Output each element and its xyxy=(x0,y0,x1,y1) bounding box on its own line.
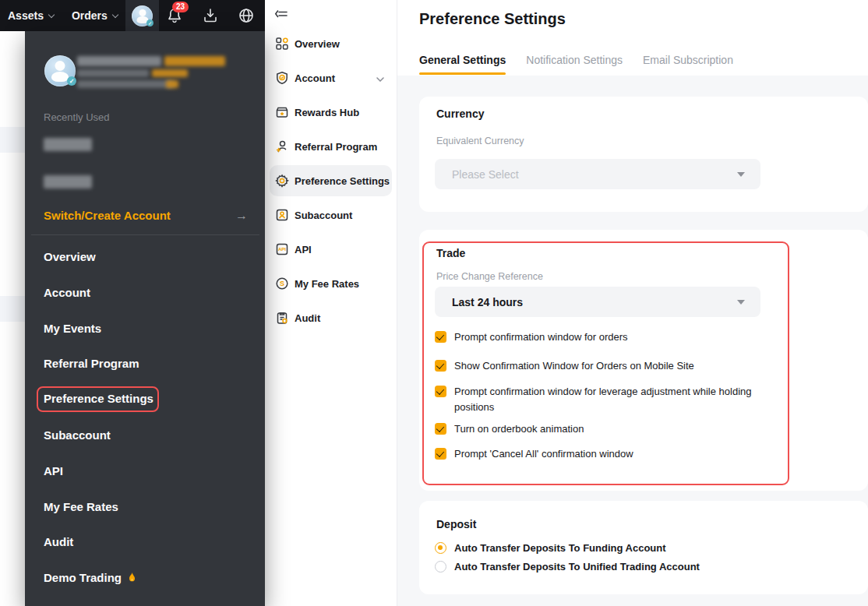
blurred-uid xyxy=(77,69,149,77)
sidebar-item-label: API xyxy=(295,244,312,255)
recently-used-item[interactable] xyxy=(44,175,92,188)
dropdown-arrow-icon xyxy=(737,300,745,305)
page-title: Preference Settings xyxy=(419,10,566,28)
recently-used-item[interactable] xyxy=(44,138,92,151)
sidebar-item-api[interactable]: API API xyxy=(270,234,392,265)
recently-used-label: Recently Used xyxy=(44,111,110,123)
user-profile-summary[interactable]: ✓ xyxy=(44,55,247,89)
radio-auto-transfer-funding[interactable]: Auto Transfer Deposits To Funding Accoun… xyxy=(435,542,666,554)
language-globe-icon[interactable] xyxy=(237,6,256,25)
menu-item-account[interactable]: Account xyxy=(44,285,90,301)
gear-icon xyxy=(275,174,289,188)
sidebar-item-label: Overview xyxy=(295,38,340,50)
sidebar-item-label: Referral Program xyxy=(295,141,377,153)
sidebar-item-label: Account xyxy=(295,72,335,84)
flame-icon xyxy=(127,572,137,584)
menu-item-label: Preference Settings xyxy=(44,391,153,407)
checkbox-show-confirmation-mobile[interactable]: Show Confirmation Window for Orders on M… xyxy=(435,358,694,374)
checkbox-checked-icon xyxy=(435,331,446,343)
collapse-sidebar-icon[interactable] xyxy=(273,6,291,23)
chevron-down-icon xyxy=(112,11,118,17)
sidebar-item-label: Subaccount xyxy=(295,210,352,221)
deposit-heading: Deposit xyxy=(436,518,476,530)
sidebar-item-subaccount[interactable]: Subaccount xyxy=(270,199,392,231)
blurred-account-name xyxy=(44,138,92,151)
sidebar-item-my-fee-rates[interactable]: S My Fee Rates xyxy=(270,268,392,299)
menu-item-demo-trading[interactable]: Demo Trading xyxy=(44,570,137,586)
radio-label: Auto Transfer Deposits To Unified Tradin… xyxy=(454,561,700,573)
background-row xyxy=(0,296,25,322)
sidebar-item-referral-program[interactable]: Referral Program xyxy=(270,131,392,162)
currency-card: Currency Equivalent Currency Please Sele… xyxy=(419,97,868,212)
chevron-down-icon xyxy=(48,11,55,17)
sidebar-item-label: My Fee Rates xyxy=(295,278,359,290)
shield-icon xyxy=(275,71,289,85)
sidebar-item-account[interactable]: Account xyxy=(270,62,392,93)
api-icon: API xyxy=(275,242,289,256)
menu-item-label: Account xyxy=(44,285,90,301)
nav-assets[interactable]: Assets xyxy=(8,9,55,22)
switch-create-account-button[interactable]: Switch/Create Account → xyxy=(44,209,248,222)
nav-orders-label: Orders xyxy=(72,9,108,22)
menu-item-label: My Fee Rates xyxy=(44,499,118,515)
download-icon[interactable] xyxy=(201,6,220,25)
nav-assets-label: Assets xyxy=(8,9,44,22)
currency-heading: Currency xyxy=(436,107,484,120)
checkbox-checked-icon xyxy=(435,386,446,397)
sidebar-item-rewards-hub[interactable]: Rewards Hub xyxy=(270,97,392,128)
tab-email-subscription[interactable]: Email Subscription xyxy=(643,54,733,71)
settings-sidebar: Overview Account xyxy=(265,0,397,606)
checkbox-prompt-confirmation-orders[interactable]: Prompt confirmation window for orders xyxy=(435,329,628,345)
blurred-tag xyxy=(152,69,188,77)
radio-auto-transfer-unified[interactable]: Auto Transfer Deposits To Unified Tradin… xyxy=(435,561,700,573)
price-change-reference-select[interactable]: Last 24 hours xyxy=(435,287,760,317)
checkbox-label: Prompt confirmation window for leverage … xyxy=(454,384,766,415)
menu-item-my-events[interactable]: My Events xyxy=(44,321,101,336)
checkbox-label: Show Confirmation Window for Orders on M… xyxy=(454,358,694,374)
menu-item-api[interactable]: API xyxy=(44,463,63,479)
sidebar-item-label: Rewards Hub xyxy=(295,107,359,118)
audit-icon xyxy=(275,311,289,325)
menu-item-label: API xyxy=(44,463,63,479)
checkbox-orderbook-animation[interactable]: Turn on orderbook animation xyxy=(435,421,584,437)
chevron-down-icon xyxy=(376,71,384,85)
deposit-card: Deposit Auto Transfer Deposits To Fundin… xyxy=(419,501,868,594)
nav-orders[interactable]: Orders xyxy=(72,9,118,22)
equivalent-currency-label: Equivalent Currency xyxy=(436,136,524,146)
tab-notification-settings[interactable]: Notification Settings xyxy=(526,54,623,71)
fee-icon: S xyxy=(275,277,289,291)
blurred-account-name xyxy=(44,175,92,188)
menu-item-subaccount[interactable]: Subaccount xyxy=(44,428,111,443)
equivalent-currency-select[interactable]: Please Select xyxy=(435,159,760,189)
checkbox-prompt-leverage-adjustment[interactable]: Prompt confirmation window for leverage … xyxy=(435,384,766,415)
menu-item-overview[interactable]: Overview xyxy=(44,249,96,265)
sidebar-item-audit[interactable]: Audit xyxy=(270,302,392,333)
menu-item-preference-settings[interactable]: Preference Settings xyxy=(44,391,153,407)
radio-label: Auto Transfer Deposits To Funding Accoun… xyxy=(454,542,666,554)
user-avatar-button[interactable]: ✓ xyxy=(125,0,159,31)
sidebar-item-overview[interactable]: Overview xyxy=(270,28,392,59)
dropdown-arrow-icon xyxy=(737,172,745,177)
arrow-right-icon: → xyxy=(235,209,248,223)
select-value: Last 24 hours xyxy=(452,296,523,308)
checkbox-checked-icon xyxy=(435,423,446,435)
select-placeholder: Please Select xyxy=(452,168,519,181)
menu-item-referral-program[interactable]: Referral Program xyxy=(44,356,139,372)
blurred-email xyxy=(77,80,174,88)
avatar: ✓ xyxy=(44,55,76,86)
menu-item-audit[interactable]: Audit xyxy=(44,534,73,550)
tab-general-settings[interactable]: General Settings xyxy=(419,54,506,71)
blurred-vip-badge xyxy=(164,56,225,66)
menu-item-label: My Events xyxy=(44,321,101,336)
switch-create-account-label: Switch/Create Account xyxy=(44,209,171,222)
grid-icon xyxy=(275,37,289,51)
checkbox-label: Prompt confirmation window for orders xyxy=(454,329,628,345)
top-navbar: Assets Orders ✓ 23 xyxy=(0,0,265,31)
checkbox-cancel-all-confirmation[interactable]: Prompt 'Cancel All' confirmation window xyxy=(435,446,633,462)
divider xyxy=(31,234,259,235)
trade-card: Trade Price Change Reference Last 24 hou… xyxy=(419,230,868,491)
menu-item-label: Audit xyxy=(44,534,73,550)
sidebar-item-preference-settings[interactable]: Preference Settings xyxy=(270,165,392,196)
menu-item-my-fee-rates[interactable]: My Fee Rates xyxy=(44,499,118,515)
background-page-strip xyxy=(0,31,25,606)
